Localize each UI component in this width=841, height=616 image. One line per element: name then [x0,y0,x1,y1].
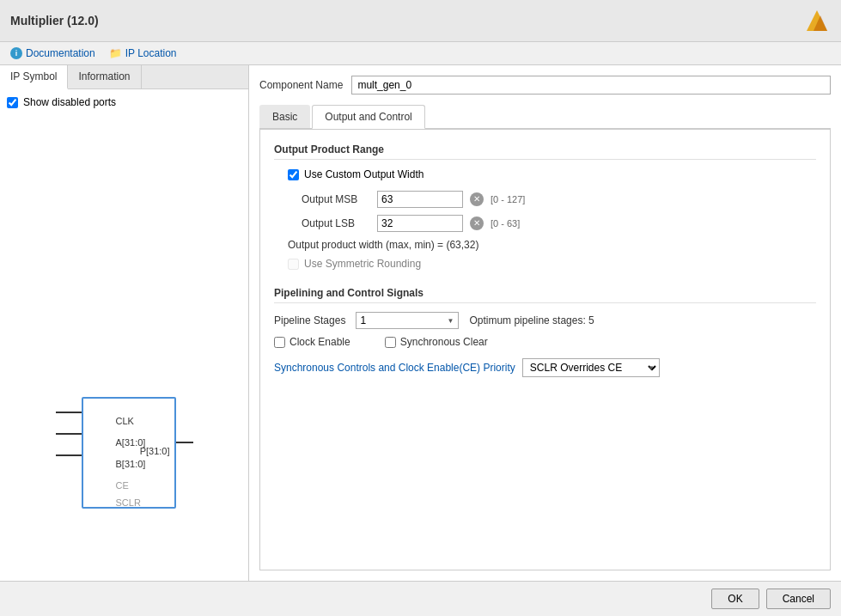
component-name-input[interactable] [351,76,831,95]
use-symmetric-rounding-checkbox[interactable] [288,259,299,270]
ic-symbol: CLK A[31:0] B[31:0] CE SCLR P[31:0] [56,388,193,517]
right-panel: Component Name Basic Output and Control … [249,65,841,581]
output-lsb-row: Output LSB ✕ [0 - 63] [302,215,816,232]
ic-box: CLK A[31:0] B[31:0] CE SCLR P[31:0] [82,397,176,509]
output-msb-input[interactable] [377,191,463,208]
symbol-area: CLK A[31:0] B[31:0] CE SCLR P[31:0] [0,325,248,581]
left-panel: IP Symbol Information Show disabled port… [0,65,249,581]
clock-enable-label: Clock Enable [289,336,350,348]
pipeline-stages-select-wrapper: 1 2 3 4 5 [356,312,459,329]
info-icon: i [10,47,22,59]
documentation-label: Documentation [26,47,95,59]
output-product-width-text: Output product width (max, min) = (63,32… [288,239,816,251]
use-symmetric-rounding-row: Use Symmetric Rounding [288,258,816,270]
output-msb-label: Output MSB [302,193,370,205]
pin-clk-label: CLK [116,416,134,426]
footer: OK Cancel [0,581,841,616]
documentation-link[interactable]: i Documentation [10,47,95,59]
output-lsb-clear-button[interactable]: ✕ [470,217,484,230]
tab-information[interactable]: Information [68,65,141,88]
use-custom-output-width-row: Use Custom Output Width [288,168,816,180]
use-custom-output-width-checkbox[interactable] [288,169,299,180]
folder-icon: 📁 [109,47,122,59]
priority-select[interactable]: SCLR Overrides CE CE Overrides SCLR [522,358,660,377]
clock-enable-checkbox[interactable] [274,337,285,348]
show-disabled-ports-checkbox[interactable] [7,97,18,108]
component-name-label: Component Name [259,79,343,91]
ok-button[interactable]: OK [711,589,759,609]
pipelining-control-title: Pipelining and Control Signals [274,287,816,303]
output-lsb-range: [0 - 63] [491,218,520,229]
synchronous-clear-row: Synchronous Clear [385,336,488,348]
component-name-row: Component Name [259,76,831,95]
main-tabs: Basic Output and Control [259,105,831,130]
wire-b [56,454,82,456]
pipeline-stages-select[interactable]: 1 2 3 4 5 [356,312,459,329]
altera-logo-icon [803,7,831,34]
wire-clk [56,412,82,413]
pipeline-stages-row: Pipeline Stages 1 2 3 4 5 Optimum pipeli… [274,312,816,329]
optimum-pipeline-text: Optimum pipeline stages: 5 [469,314,594,326]
pipelining-control-section: Pipelining and Control Signals Pipeline … [274,287,816,377]
signals-row: Clock Enable Synchronous Clear [274,336,816,348]
toolbar: i Documentation 📁 IP Location [0,42,841,65]
pin-ce-label: CE [116,480,129,491]
show-disabled-ports-row: Show disabled ports [7,96,241,108]
priority-label: Synchronous Controls and Clock Enable(CE… [274,362,515,374]
ip-location-label: IP Location [125,47,177,59]
priority-row: Synchronous Controls and Clock Enable(CE… [274,358,816,377]
output-msb-clear-button[interactable]: ✕ [470,192,484,206]
tab-basic[interactable]: Basic [259,105,310,128]
wire-a [56,433,82,435]
output-product-range-content: Use Custom Output Width Output MSB ✕ [0 … [274,168,816,270]
use-symmetric-rounding-label: Use Symmetric Rounding [304,258,421,270]
output-product-range-section: Output Product Range Use Custom Output W… [274,143,816,270]
synchronous-clear-label: Synchronous Clear [400,336,488,348]
tab-ip-symbol[interactable]: IP Symbol [0,65,68,89]
left-content: Show disabled ports [0,89,248,325]
left-tab-bar: IP Symbol Information [0,65,248,89]
output-msb-row: Output MSB ✕ [0 - 127] [302,191,816,208]
dialog-title: Multiplier (12.0) [10,14,99,27]
output-product-range-title: Output Product Range [274,143,816,160]
pin-sclr-label: SCLR [116,497,141,508]
synchronous-clear-checkbox[interactable] [385,337,396,348]
cancel-button[interactable]: Cancel [766,589,831,609]
output-msb-range: [0 - 127] [491,194,525,204]
show-disabled-ports-label: Show disabled ports [23,96,116,108]
use-custom-output-width-label: Use Custom Output Width [304,168,424,180]
tab-content: Output Product Range Use Custom Output W… [259,130,831,570]
clock-enable-row: Clock Enable [274,336,350,348]
pin-p-label: P[31:0] [140,446,170,456]
ip-location-link[interactable]: 📁 IP Location [109,47,177,59]
priority-select-wrapper: SCLR Overrides CE CE Overrides SCLR [522,358,660,377]
title-bar: Multiplier (12.0) [0,0,841,42]
output-lsb-input[interactable] [377,215,463,232]
tab-output-control[interactable]: Output and Control [312,105,424,129]
pin-b-label: B[31:0] [116,459,146,469]
content-area: IP Symbol Information Show disabled port… [0,65,841,581]
output-lsb-label: Output LSB [302,217,370,229]
msb-lsb-fields: Output MSB ✕ [0 - 127] Output LSB ✕ [0 -… [288,191,816,232]
pipeline-stages-label: Pipeline Stages [274,314,345,326]
